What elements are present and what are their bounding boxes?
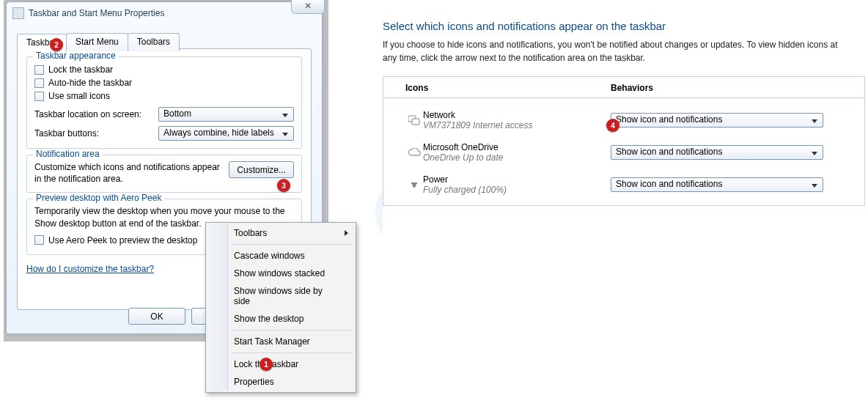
- col-header-behaviors: Behaviors: [611, 83, 854, 93]
- small-icons-checkbox[interactable]: [34, 92, 44, 101]
- notification-row: PowerFully charged (100%)Show icon and n…: [405, 170, 854, 202]
- location-label: Taskbar location on screen:: [34, 109, 148, 119]
- close-icon: ✕: [304, 1, 312, 11]
- help-link[interactable]: How do I customize the taskbar?: [26, 264, 154, 274]
- group-notification-legend: Notification area: [33, 149, 103, 159]
- ctx-cascade[interactable]: Cascade windows: [207, 247, 354, 265]
- cloud-icon: [405, 146, 423, 159]
- chevron-down-icon: [280, 110, 290, 120]
- power-icon: [405, 178, 423, 191]
- step-badge-3: 3: [277, 179, 290, 192]
- customize-button[interactable]: Customize...: [229, 161, 294, 178]
- row-subtitle: OneDrive Up to date: [423, 152, 611, 163]
- chevron-down-icon: [809, 180, 820, 191]
- group-appearance-legend: Taskbar appearance: [33, 51, 119, 61]
- row-subtitle: Fully charged (100%): [423, 185, 611, 195]
- step-badge-1: 1: [260, 358, 273, 371]
- page-title: Select which icons and notifications app…: [383, 20, 865, 32]
- taskbar-context-menu: Toolbars Cascade windows Show windows st…: [205, 222, 356, 393]
- aero-peek-checkbox[interactable]: [34, 235, 44, 245]
- ctx-show-desktop[interactable]: Show the desktop: [207, 310, 354, 328]
- notification-icons-page: Select which icons and notifications app…: [383, 2, 865, 259]
- location-value: Bottom: [163, 108, 191, 119]
- lock-taskbar-checkbox[interactable]: [34, 65, 44, 75]
- ctx-task-manager[interactable]: Start Task Manager: [207, 333, 354, 350]
- svg-rect-2: [411, 182, 417, 184]
- ctx-lock-taskbar[interactable]: Lock the taskbar: [207, 355, 354, 373]
- taskbar-buttons-dropdown[interactable]: Always combine, hide labels: [158, 126, 294, 141]
- behavior-dropdown[interactable]: Show icon and notifications: [611, 177, 823, 192]
- notification-text: Customize which icons and notifications …: [34, 161, 223, 185]
- svg-rect-1: [412, 119, 419, 125]
- aero-peek-label: Use Aero Peek to preview the desktop: [48, 235, 197, 246]
- taskbar-buttons-value: Always combine, hide labels: [163, 128, 274, 138]
- taskbar-buttons-label: Taskbar buttons:: [34, 128, 148, 139]
- small-icons-label: Use small icons: [48, 91, 110, 101]
- ctx-properties[interactable]: Properties: [207, 373, 354, 391]
- close-button[interactable]: ✕: [291, 0, 325, 14]
- behavior-value: Show icon and notifications: [616, 179, 722, 189]
- behavior-dropdown[interactable]: Show icon and notifications: [611, 113, 823, 128]
- step-badge-2: 2: [50, 38, 63, 51]
- location-dropdown[interactable]: Bottom: [158, 107, 294, 122]
- notification-row: NetworkVM7371809 Internet accessShow ico…: [405, 106, 854, 138]
- behavior-dropdown[interactable]: Show icon and notifications: [611, 145, 823, 160]
- tab-toolbars[interactable]: Toolbars: [128, 33, 180, 51]
- ctx-toolbars[interactable]: Toolbars: [207, 224, 354, 242]
- autohide-checkbox[interactable]: [34, 78, 44, 88]
- network-icon: [405, 114, 423, 127]
- tab-start-menu[interactable]: Start Menu: [66, 33, 128, 51]
- chevron-down-icon: [809, 116, 820, 126]
- behavior-value: Show icon and notifications: [616, 114, 722, 125]
- autohide-label: Auto-hide the taskbar: [48, 78, 132, 88]
- chevron-down-icon: [809, 148, 820, 158]
- row-name: Microsoft OneDrive: [423, 142, 611, 152]
- ok-button[interactable]: OK: [128, 308, 185, 325]
- window-title: Taskbar and Start Menu Properties: [29, 8, 164, 18]
- page-desc: If you choose to hide icons and notifica…: [383, 38, 852, 64]
- notification-row: Microsoft OneDriveOneDrive Up to dateSho…: [405, 138, 854, 170]
- behavior-value: Show icon and notifications: [616, 147, 722, 157]
- window-icon: [12, 7, 24, 19]
- chevron-down-icon: [280, 129, 290, 139]
- lock-taskbar-label: Lock the taskbar: [48, 64, 113, 75]
- row-subtitle: VM7371809 Internet access: [423, 120, 611, 130]
- step-badge-4: 4: [606, 119, 619, 132]
- ctx-side-by-side[interactable]: Show windows side by side: [207, 282, 354, 310]
- ctx-stacked[interactable]: Show windows stacked: [207, 265, 354, 282]
- col-header-icons: Icons: [405, 83, 611, 93]
- group-aero-legend: Preview desktop with Aero Peek: [33, 193, 164, 203]
- row-name: Power: [423, 174, 611, 185]
- submenu-arrow-icon: [345, 230, 348, 236]
- row-name: Network: [423, 110, 611, 120]
